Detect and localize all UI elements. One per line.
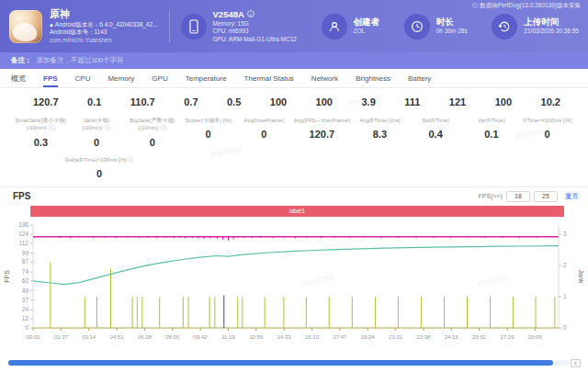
fps-panel: FPS FPS(>=) 重置 label1 012243749627487991… bbox=[0, 187, 588, 372]
stat-column: Avg(InterFrame)0 bbox=[236, 117, 292, 148]
svg-text:01:37: 01:37 bbox=[54, 334, 69, 340]
scrollbar-track[interactable] bbox=[7, 360, 569, 366]
creator-value: ZOL bbox=[354, 28, 380, 35]
svg-text:FPS: FPS bbox=[4, 270, 10, 283]
stat-value: 100 bbox=[316, 96, 333, 107]
svg-text:06:28: 06:28 bbox=[138, 334, 153, 340]
app-package: com.miHoYo.Yuanshen bbox=[50, 37, 158, 44]
clock-icon bbox=[404, 14, 430, 39]
svg-text:12: 12 bbox=[22, 315, 29, 321]
tab-cpu[interactable]: CPU bbox=[75, 69, 91, 87]
scrollbar-thumb[interactable] bbox=[8, 360, 553, 366]
history-clock-icon bbox=[492, 14, 517, 39]
stat-value: 0 bbox=[127, 137, 179, 148]
svg-text:24: 24 bbox=[22, 306, 29, 312]
stats-section: 120.70.1110.70.70.51001003.911112110010.… bbox=[0, 88, 588, 187]
stat-delta-ftime: Delta(FTime)>100ms [/h]ⓘ 0 bbox=[44, 156, 154, 179]
stat-value: 0 bbox=[238, 129, 290, 140]
svg-text:11:19: 11:19 bbox=[221, 334, 235, 340]
svg-text:09:42: 09:42 bbox=[194, 334, 209, 340]
stat-value: 0 bbox=[44, 168, 154, 179]
stat-column: BigJank(严重卡顿)(/10min) ⓘ0 bbox=[125, 117, 181, 148]
stat-column: Std(FTime)0.4 bbox=[408, 117, 464, 148]
svg-text:03:14: 03:14 bbox=[82, 334, 96, 340]
stat-column: Stutter(卡顿率) [%]0 bbox=[180, 117, 236, 148]
device-info-icon[interactable]: i bbox=[247, 10, 254, 17]
tab-brightness[interactable]: Brightness bbox=[356, 69, 390, 87]
stat-value: 0.7 bbox=[184, 96, 198, 107]
stat-value: 111 bbox=[404, 96, 420, 107]
tab-memory[interactable]: Memory bbox=[107, 69, 134, 87]
stat-value: 0.4 bbox=[410, 129, 462, 140]
stat-column: SmallJank(微小卡顿)(/10min) ⓘ0.3 bbox=[13, 117, 69, 148]
stat-label: Avg(FPS↔InterFrame) bbox=[294, 117, 350, 124]
stat-value: 0.1 bbox=[87, 96, 101, 107]
tab-thermal-status[interactable]: Thermal Status bbox=[244, 69, 294, 87]
info-icon[interactable]: ⓘ bbox=[161, 124, 167, 130]
fps-chart[interactable]: 01224374962748799112124136012300:0001:37… bbox=[0, 218, 588, 359]
tab-network[interactable]: Network bbox=[311, 69, 338, 87]
svg-text:21:01: 21:01 bbox=[389, 334, 403, 340]
stat-label: Delta(FTime)>100ms [/h] bbox=[65, 157, 126, 163]
stat-label: Avg(FTime) [ms] bbox=[354, 117, 406, 124]
stat-label: Avg(InterFrame) bbox=[238, 117, 290, 124]
info-icon[interactable]: ⓘ bbox=[49, 124, 55, 130]
fps-chart-svg[interactable]: 01224374962748799112124136012300:0001:37… bbox=[0, 218, 588, 355]
stats-row-values: 120.70.1110.70.70.51001003.911112110010.… bbox=[13, 95, 575, 117]
svg-text:22:38: 22:38 bbox=[416, 334, 431, 340]
svg-text:08:05: 08:05 bbox=[165, 334, 180, 340]
tab-gpu[interactable]: GPU bbox=[152, 69, 167, 87]
note-bar[interactable]: 备注： 添加备注，不超过300个字符 bbox=[0, 52, 588, 69]
info-icon[interactable]: ⓘ bbox=[127, 156, 133, 163]
tab-battery[interactable]: Battery bbox=[408, 69, 431, 87]
note-placeholder: 添加备注，不超过300个字符 bbox=[37, 56, 124, 65]
fps-threshold-control: FPS(>=) 重置 bbox=[479, 191, 579, 202]
stat-value: 100 bbox=[270, 96, 287, 107]
svg-text:12:56: 12:56 bbox=[249, 334, 264, 340]
label-marker-band: label1 bbox=[30, 206, 564, 217]
person-icon bbox=[322, 14, 347, 39]
perfdog-report-page: ⓘ 数据由PerfDog(13.0.260136)版本采集 原神 ◆Androi… bbox=[0, 0, 588, 372]
svg-text:27:29: 27:29 bbox=[500, 334, 514, 340]
stat-column: Avg(FPS↔InterFrame)120.7 bbox=[292, 117, 352, 148]
svg-text:0: 0 bbox=[25, 324, 28, 331]
stat-value: 0.3 bbox=[15, 137, 67, 148]
device-cpu: CPU: mt6993 bbox=[213, 28, 297, 35]
report-header: ⓘ 数据由PerfDog(13.0.260136)版本采集 原神 ◆Androi… bbox=[0, 0, 588, 52]
tab-temperature[interactable]: Temperature bbox=[186, 69, 227, 87]
device-memory: Memory: 15G bbox=[213, 20, 297, 28]
tab-bar: 概览FPSCPUMemoryGPUTemperatureThermal Stat… bbox=[0, 69, 588, 88]
svg-text:2: 2 bbox=[563, 262, 567, 268]
svg-text:87: 87 bbox=[22, 258, 29, 265]
svg-text:17:47: 17:47 bbox=[333, 334, 347, 340]
chart-scrollbar: ≡ bbox=[7, 359, 581, 367]
stat-value: 8.3 bbox=[354, 129, 406, 140]
tab-fps[interactable]: FPS bbox=[43, 69, 58, 87]
app-version-name: Android版本名：6.4.0_42040338_42... bbox=[55, 21, 158, 28]
stat-value: 0.1 bbox=[466, 129, 518, 140]
stat-value: 120.7 bbox=[33, 96, 59, 107]
svg-text:49: 49 bbox=[22, 287, 29, 293]
fps-threshold-low-input[interactable] bbox=[506, 191, 530, 202]
upload-label: 上传时间 bbox=[524, 17, 579, 28]
fps-threshold-label: FPS(>=) bbox=[479, 193, 503, 199]
creator-label: 创建者 bbox=[354, 17, 380, 28]
stat-value: 121 bbox=[449, 96, 466, 107]
stat-label: Std(FTime) bbox=[410, 117, 462, 124]
app-name: 原神 bbox=[50, 8, 158, 21]
diamond-icon: ◆ bbox=[50, 22, 53, 28]
app-info-group: 原神 ◆Android版本名：6.4.0_42040338_42... Andr… bbox=[9, 8, 158, 44]
info-icon[interactable]: ⓘ bbox=[105, 124, 111, 130]
stat-value: 0 bbox=[71, 137, 123, 148]
svg-text:136: 136 bbox=[18, 221, 28, 228]
fps-threshold-high-input[interactable] bbox=[534, 191, 558, 202]
stat-value: 0 bbox=[521, 129, 573, 140]
tab-概览[interactable]: 概览 bbox=[11, 69, 26, 87]
svg-text:19:24: 19:24 bbox=[361, 334, 376, 340]
scrollbar-corner-icon[interactable]: ≡ bbox=[571, 359, 581, 367]
stat-value: 0 bbox=[182, 129, 234, 140]
svg-text:14:33: 14:33 bbox=[277, 334, 292, 340]
reset-button[interactable]: 重置 bbox=[565, 192, 579, 201]
fps-panel-title: FPS bbox=[13, 191, 30, 201]
svg-text:16:10: 16:10 bbox=[305, 334, 320, 340]
